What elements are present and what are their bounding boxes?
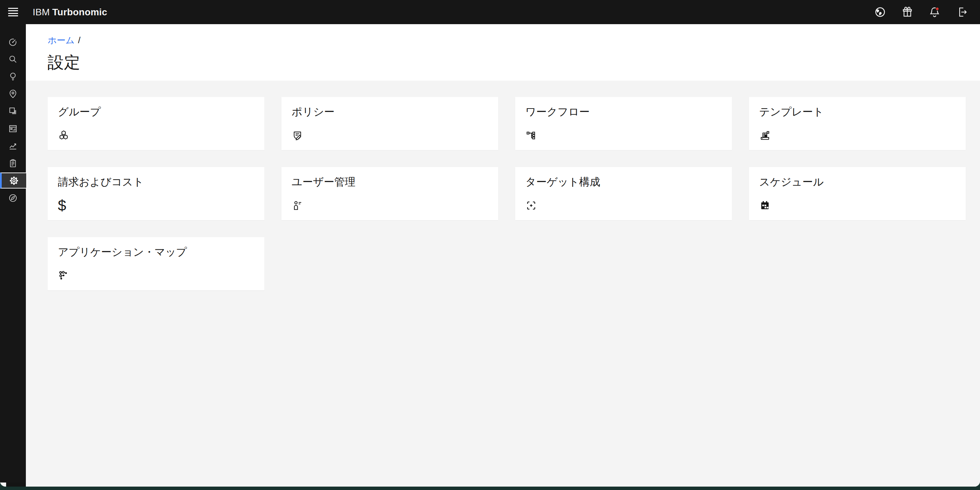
calendar-icon [759,199,956,212]
sidebar-item-explore[interactable] [0,190,26,206]
location-pin-icon [8,89,18,99]
group-hexagons-icon [58,129,254,142]
settings-content: グループ ポリシー [26,81,980,487]
card-groups[interactable]: グループ [48,97,264,150]
card-user-management[interactable]: ユーザー管理 [282,167,498,220]
gauge-meter-icon [8,37,18,47]
settings-card-grid: グループ ポリシー [48,97,966,290]
topbar-actions [866,0,980,24]
gift-icon[interactable] [894,0,921,24]
card-title: ユーザー管理 [292,176,488,189]
settings-gear-icon [9,176,19,186]
card-workflows[interactable]: ワークフロー [515,97,732,150]
sidebar-item-plans[interactable] [0,155,26,171]
workflow-tree-icon [525,129,722,142]
sidebar-item-settings[interactable] [0,172,27,189]
card-title: 請求およびコスト [58,176,254,189]
app-window: IBMTurbonomic [0,0,980,487]
side-nav [0,24,26,482]
lightbulb-icon [8,72,18,82]
user-management-icon [292,199,488,212]
page-title: 設定 [48,52,958,73]
compass-icon [8,193,18,203]
card-templates[interactable]: テンプレート [749,97,966,150]
breadcrumb-separator: / [78,35,80,46]
sidebar-item-ideas[interactable] [0,68,26,84]
notification-bell-icon[interactable] [921,0,948,24]
card-target-configuration[interactable]: ターゲット構成 [515,167,732,220]
line-chart-icon [8,141,18,151]
search-icon [8,54,18,64]
hamburger-menu-icon[interactable] [0,0,26,24]
sidebar-item-layers[interactable] [0,103,26,119]
dollar-sign-icon: $ [58,199,254,212]
card-title: アプリケーション・マップ [58,246,254,259]
sidebar-item-search[interactable] [0,51,26,67]
template-icon [759,129,956,142]
globe-icon[interactable] [866,0,894,24]
brand-name: Turbonomic [52,7,107,18]
brand-prefix: IBM [33,7,50,18]
card-title: グループ [58,105,254,119]
card-title: ポリシー [292,105,488,119]
sidebar-item-location[interactable] [0,86,26,102]
main-content: ホーム / 設定 グループ ポリシー [26,24,980,487]
dashboard-icon [8,124,18,134]
target-crosshair-icon [525,199,722,212]
card-title: ワークフロー [525,105,722,119]
card-title: テンプレート [759,105,956,119]
card-billing-costs[interactable]: 請求およびコスト $ [48,167,264,220]
brand-logo[interactable]: IBMTurbonomic [33,7,107,18]
page-header: ホーム / 設定 [26,24,980,81]
sidebar-item-gauge[interactable] [0,34,26,50]
logout-icon[interactable] [948,0,975,24]
sidebar-item-dashboard[interactable] [0,121,26,137]
top-bar: IBMTurbonomic [0,0,980,24]
policy-edit-icon [292,129,488,142]
card-title: スケジュール [759,176,956,189]
clipboard-icon [8,158,18,169]
breadcrumb-home-link[interactable]: ホーム [48,34,75,46]
card-schedules[interactable]: スケジュール [749,167,966,220]
layers-icon [8,106,18,116]
hamburger-lines [8,8,18,16]
application-map-icon [58,269,254,282]
card-application-map[interactable]: アプリケーション・マップ [48,237,264,290]
sidebar-item-analytics[interactable] [0,138,26,154]
card-title: ターゲット構成 [525,176,722,189]
breadcrumb: ホーム / [48,34,958,46]
notification-dot [935,7,939,10]
card-policies[interactable]: ポリシー [282,97,498,150]
